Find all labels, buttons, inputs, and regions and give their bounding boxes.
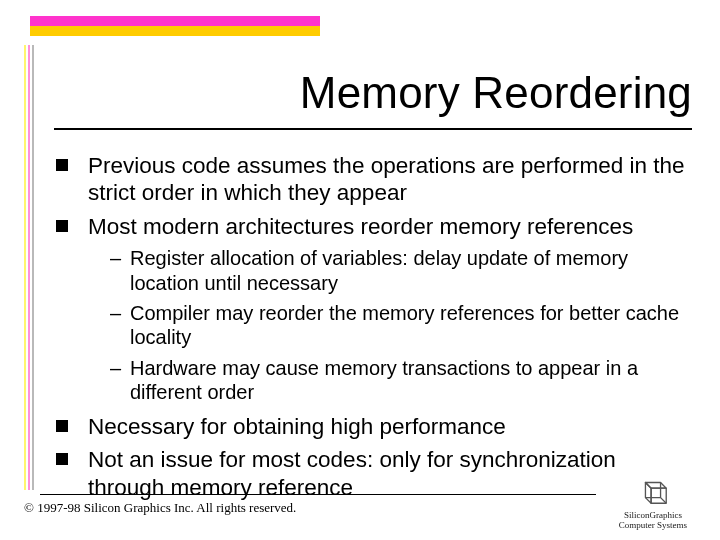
bullet-text: Necessary for obtaining high performance xyxy=(88,413,692,440)
sub-bullet-list: – Register allocation of variables: dela… xyxy=(110,246,692,404)
slide: Memory Reordering Previous code assumes … xyxy=(0,0,720,540)
bullet-item: Necessary for obtaining high performance xyxy=(56,413,692,440)
svg-marker-1 xyxy=(645,483,651,504)
sub-bullet-item: – Compiler may reorder the memory refere… xyxy=(110,301,692,350)
sub-bullet-text: Compiler may reorder the memory referenc… xyxy=(130,301,692,350)
sgi-logo: SiliconGraphics Computer Systems xyxy=(600,474,706,530)
dash-bullet-icon: – xyxy=(110,246,124,295)
title-underline xyxy=(54,128,692,130)
decor-bar-yellow xyxy=(30,26,320,36)
bullet-item: Not an issue for most codes: only for sy… xyxy=(56,446,692,501)
square-bullet-icon xyxy=(56,420,68,432)
footer-divider xyxy=(40,494,596,495)
slide-title: Memory Reordering xyxy=(300,68,692,118)
bullet-item: Most modern architectures reorder memory… xyxy=(56,213,692,240)
logo-text-line2: Computer Systems xyxy=(600,521,706,530)
square-bullet-icon xyxy=(56,159,68,171)
decor-vline-gray xyxy=(32,45,34,490)
dash-bullet-icon: – xyxy=(110,356,124,405)
decor-vline-yellow xyxy=(24,45,26,490)
decor-vline-pink xyxy=(28,45,30,490)
bullet-text: Most modern architectures reorder memory… xyxy=(88,213,692,240)
bullet-item: Previous code assumes the operations are… xyxy=(56,152,692,207)
copyright-text: © 1997-98 Silicon Graphics Inc. All righ… xyxy=(24,500,296,516)
dash-bullet-icon: – xyxy=(110,301,124,350)
sub-bullet-item: – Hardware may cause memory transactions… xyxy=(110,356,692,405)
square-bullet-icon xyxy=(56,220,68,232)
decor-bar-magenta xyxy=(30,16,320,26)
bullet-text: Previous code assumes the operations are… xyxy=(88,152,692,207)
square-bullet-icon xyxy=(56,453,68,465)
sub-bullet-text: Register allocation of variables: delay … xyxy=(130,246,692,295)
sgi-cube-icon xyxy=(634,474,672,508)
sub-bullet-item: – Register allocation of variables: dela… xyxy=(110,246,692,295)
slide-body: Previous code assumes the operations are… xyxy=(56,152,692,507)
sub-bullet-text: Hardware may cause memory transactions t… xyxy=(130,356,692,405)
